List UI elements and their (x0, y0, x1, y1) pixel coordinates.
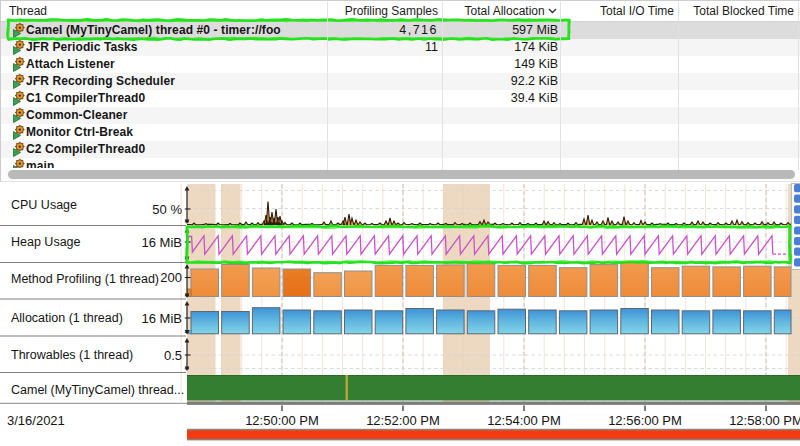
svg-text:200: 200 (160, 270, 182, 285)
svg-text:16 MiB: 16 MiB (142, 311, 182, 326)
svg-text:Heap Usage: Heap Usage (11, 235, 81, 249)
svg-text:Allocation (1 thread): Allocation (1 thread) (11, 311, 123, 325)
svg-text:Camel (MyTinyCamel) thread...: Camel (MyTinyCamel) thread... (11, 383, 184, 397)
svg-text:12:52:00 PM: 12:52:00 PM (366, 413, 440, 428)
svg-text:12:50:00 PM: 12:50:00 PM (245, 413, 319, 428)
svg-text:12:58:00 PM: 12:58:00 PM (729, 413, 800, 428)
svg-text:50 %: 50 % (152, 202, 182, 217)
svg-text:12:54:00 PM: 12:54:00 PM (487, 413, 561, 428)
svg-text:0.5: 0.5 (164, 348, 182, 363)
svg-text:Method Profiling (1 thread): Method Profiling (1 thread) (11, 272, 159, 286)
svg-text:CPU Usage: CPU Usage (11, 198, 77, 212)
svg-text:12:56:00 PM: 12:56:00 PM (608, 413, 682, 428)
svg-text:16 MiB: 16 MiB (142, 235, 182, 250)
svg-text:3/16/2021: 3/16/2021 (7, 413, 65, 428)
svg-text:Throwables (1 thread): Throwables (1 thread) (11, 348, 133, 362)
